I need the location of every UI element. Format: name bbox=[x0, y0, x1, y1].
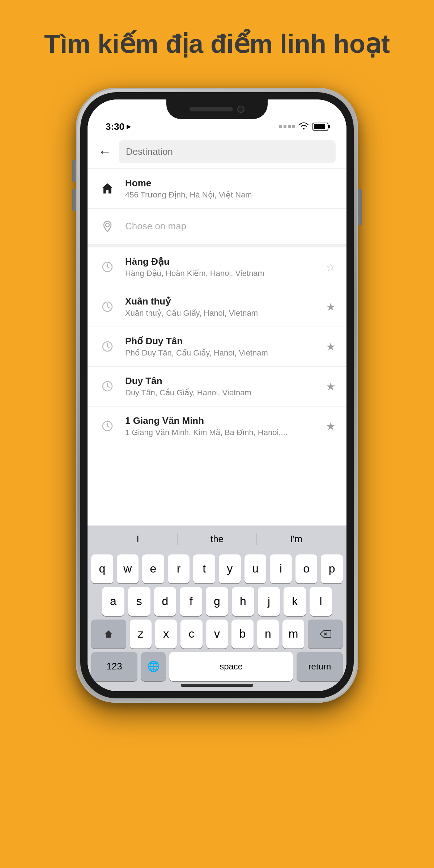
key-d[interactable]: d bbox=[154, 587, 176, 616]
numbers-key[interactable]: 123 bbox=[91, 652, 137, 681]
giang-van-minh-address: 1 Giang Văn Minh, Kim Mã, Ba Đình, Hanoi… bbox=[125, 428, 317, 437]
notch bbox=[166, 99, 268, 119]
home-address: 456 Trương Định, Hà Nội, Việt Nam bbox=[125, 190, 336, 200]
duy-tan-address: Duy Tân, Cầu Giấy, Hanoi, Vietnam bbox=[125, 388, 317, 397]
wifi-icon bbox=[299, 122, 309, 132]
pho-duy-tan-text: Phố Duy Tân Phố Duy Tân, Cầu Giấy, Hanoi… bbox=[125, 336, 317, 358]
search-bar: ← bbox=[88, 137, 346, 169]
power-button bbox=[358, 189, 362, 225]
history-icon bbox=[98, 337, 116, 356]
globe-icon: 🌐 bbox=[147, 660, 160, 672]
xuan-thuy-name: Xuân thuỷ bbox=[125, 296, 317, 307]
page-title: Tìm kiếm địa điểm linh hoạt bbox=[15, 0, 419, 81]
key-n[interactable]: n bbox=[257, 620, 279, 648]
key-s[interactable]: s bbox=[128, 587, 150, 616]
shift-key[interactable] bbox=[91, 620, 126, 648]
list-item[interactable]: Duy Tân Duy Tân, Cầu Giấy, Hanoi, Vietna… bbox=[88, 367, 346, 407]
location-list: Home 456 Trương Định, Hà Nội, Việt Nam bbox=[88, 169, 346, 526]
globe-key[interactable]: 🌐 bbox=[141, 652, 166, 681]
suggestion-the[interactable]: the bbox=[178, 533, 257, 545]
key-a[interactable]: a bbox=[102, 587, 124, 616]
key-m[interactable]: m bbox=[282, 620, 304, 648]
key-j[interactable]: j bbox=[258, 587, 280, 616]
key-c[interactable]: c bbox=[180, 620, 202, 648]
duy-tan-name: Duy Tân bbox=[125, 375, 317, 387]
keyboard-row-1: q w e r t y u i o p bbox=[91, 554, 343, 583]
key-p[interactable]: p bbox=[321, 554, 343, 583]
signal-icon bbox=[279, 125, 295, 128]
xuan-thuy-text: Xuân thuỷ Xuân thuỷ, Cầu Giấy, Hanoi, Vi… bbox=[125, 296, 317, 318]
battery-icon bbox=[312, 123, 328, 131]
star-icon[interactable]: ★ bbox=[326, 380, 336, 393]
key-e[interactable]: e bbox=[142, 554, 164, 583]
hang-dau-address: Hàng Đậu, Hoàn Kiếm, Hanoi, Vietnam bbox=[125, 269, 317, 278]
keyboard-suggestions: I the I'm bbox=[91, 530, 343, 550]
list-item[interactable]: Chose on map bbox=[88, 209, 346, 244]
star-icon[interactable]: ☆ bbox=[326, 261, 336, 273]
suggestion-i[interactable]: I bbox=[98, 533, 178, 545]
key-y[interactable]: y bbox=[219, 554, 241, 583]
key-g[interactable]: g bbox=[206, 587, 228, 616]
space-key[interactable]: space bbox=[169, 652, 293, 681]
phone-screen: 3:30 ▸ bbox=[88, 99, 346, 691]
key-t[interactable]: t bbox=[193, 554, 215, 583]
duy-tan-text: Duy Tân Duy Tân, Cầu Giấy, Hanoi, Vietna… bbox=[125, 375, 317, 397]
keyboard-row-3: z x c v b n m bbox=[91, 620, 343, 648]
key-b[interactable]: b bbox=[231, 620, 253, 648]
star-icon[interactable]: ★ bbox=[326, 340, 336, 353]
key-w[interactable]: w bbox=[117, 554, 139, 583]
key-v[interactable]: v bbox=[206, 620, 228, 648]
map-name: Chose on map bbox=[125, 221, 336, 232]
divider bbox=[88, 244, 346, 247]
list-item[interactable]: Phố Duy Tân Phố Duy Tân, Cầu Giấy, Hanoi… bbox=[88, 327, 346, 367]
key-r[interactable]: r bbox=[168, 554, 190, 583]
volume-down-button bbox=[72, 189, 76, 211]
location-arrow-icon: ▸ bbox=[127, 122, 131, 131]
list-item[interactable]: Xuân thuỷ Xuân thuỷ, Cầu Giấy, Hanoi, Vi… bbox=[88, 287, 346, 327]
home-location-text: Home 456 Trương Định, Hà Nội, Việt Nam bbox=[125, 178, 336, 200]
keyboard-row-2: a s d f g h j k l bbox=[91, 587, 343, 616]
map-location-text: Chose on map bbox=[125, 221, 336, 232]
star-icon[interactable]: ★ bbox=[326, 301, 336, 313]
home-icon bbox=[98, 179, 116, 197]
camera bbox=[237, 106, 244, 113]
keyboard-bottom-row: 123 🌐 space return bbox=[91, 652, 343, 681]
key-h[interactable]: h bbox=[232, 587, 254, 616]
key-z[interactable]: z bbox=[130, 620, 152, 648]
suggestion-im[interactable]: I'm bbox=[257, 533, 336, 545]
backspace-key[interactable] bbox=[308, 620, 343, 648]
time-label: 3:30 bbox=[106, 121, 124, 132]
side-buttons-left bbox=[72, 160, 76, 211]
key-x[interactable]: x bbox=[155, 620, 177, 648]
status-time: 3:30 ▸ bbox=[106, 121, 131, 132]
key-l[interactable]: l bbox=[310, 587, 332, 616]
hang-dau-text: Hàng Đậu Hàng Đậu, Hoàn Kiếm, Hanoi, Vie… bbox=[125, 256, 317, 278]
destination-input[interactable] bbox=[119, 140, 336, 163]
pho-duy-tan-name: Phố Duy Tân bbox=[125, 336, 317, 347]
key-o[interactable]: o bbox=[295, 554, 318, 583]
return-key[interactable]: return bbox=[297, 652, 343, 681]
key-q[interactable]: q bbox=[91, 554, 113, 583]
hang-dau-name: Hàng Đậu bbox=[125, 256, 317, 267]
phone-inner: 3:30 ▸ bbox=[80, 92, 354, 698]
history-icon bbox=[98, 417, 116, 435]
history-icon bbox=[98, 298, 116, 316]
key-k[interactable]: k bbox=[284, 587, 306, 616]
phone-frame: 3:30 ▸ bbox=[76, 88, 358, 703]
star-icon[interactable]: ★ bbox=[326, 420, 336, 433]
list-item[interactable]: Hàng Đậu Hàng Đậu, Hoàn Kiếm, Hanoi, Vie… bbox=[88, 247, 346, 287]
xuan-thuy-address: Xuân thuỷ, Cầu Giấy, Hanoi, Vietnam bbox=[125, 309, 317, 318]
speaker bbox=[190, 107, 233, 111]
back-button[interactable]: ← bbox=[98, 144, 111, 159]
key-f[interactable]: f bbox=[180, 587, 202, 616]
list-item[interactable]: 1 Giang Văn Minh 1 Giang Văn Minh, Kim M… bbox=[88, 407, 346, 446]
svg-point-0 bbox=[106, 223, 109, 227]
home-name: Home bbox=[125, 178, 336, 189]
keyboard: I the I'm q w e r t y u i o bbox=[88, 526, 346, 691]
history-icon bbox=[98, 377, 116, 395]
volume-up-button bbox=[72, 160, 76, 182]
history-icon bbox=[98, 258, 116, 276]
key-i[interactable]: i bbox=[270, 554, 292, 583]
key-u[interactable]: u bbox=[244, 554, 267, 583]
list-item[interactable]: Home 456 Trương Định, Hà Nội, Việt Nam bbox=[88, 169, 346, 209]
